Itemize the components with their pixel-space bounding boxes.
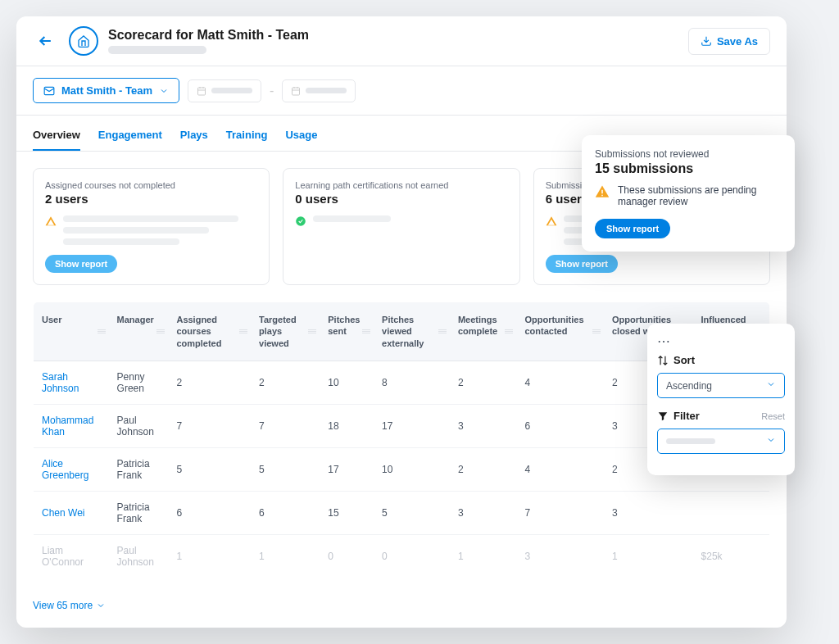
cell-manager: Paul Johnson: [109, 404, 169, 447]
svg-point-3: [296, 216, 306, 226]
cell: 3: [516, 534, 604, 578]
more-icon[interactable]: ⋯: [657, 333, 785, 349]
tab-engagement[interactable]: Engagement: [98, 129, 162, 151]
cell: 1: [604, 534, 693, 578]
home-button[interactable]: [69, 26, 98, 56]
tab-training[interactable]: Training: [226, 129, 268, 151]
cell-manager: Patricia Frank: [109, 491, 169, 534]
table-row[interactable]: Liam O'Connor Paul Johnson 1 1 0 0 1 3 1…: [34, 534, 770, 578]
cell-user[interactable]: Sarah Johnson: [34, 361, 109, 404]
col-targeted-plays[interactable]: Targeted plays viewed: [251, 302, 320, 361]
popout-submissions: Submissions not reviewed 15 submissions …: [582, 135, 795, 252]
cell: 7: [168, 404, 251, 447]
svg-rect-2: [293, 88, 300, 95]
cell-manager: Patricia Frank: [109, 447, 169, 491]
cell: 18: [320, 404, 374, 447]
cell: 17: [374, 404, 450, 447]
controls-row: Matt Smith - Team -: [16, 66, 787, 116]
col-pitches-sent[interactable]: Pitches sent: [320, 302, 374, 361]
save-as-button[interactable]: Save As: [688, 28, 770, 55]
cell: 1: [450, 534, 517, 578]
cell: 4: [516, 447, 604, 491]
cell: 0: [320, 534, 374, 578]
team-selector[interactable]: Matt Smith - Team: [33, 78, 179, 103]
cell: 10: [320, 361, 374, 404]
cell: 2: [168, 361, 251, 404]
subtitle-placeholder: [108, 46, 206, 54]
cell: 5: [168, 447, 251, 491]
cell-manager: Paul Johnson: [109, 534, 169, 578]
svg-rect-1: [198, 88, 206, 95]
popout-sort-filter: ⋯ Sort Ascending Filter Reset: [647, 324, 795, 475]
app-window: Scorecard for Matt Smith - Team Save As …: [16, 16, 787, 628]
show-report-button[interactable]: Show report: [546, 255, 618, 273]
cell-user[interactable]: Mohammad Khan: [34, 404, 109, 447]
warning-icon: [595, 184, 610, 202]
cell: $25k: [693, 534, 770, 578]
cell: 6: [168, 491, 251, 534]
sort-icon: [657, 355, 669, 366]
card-assigned-courses: Assigned courses not completed 2 users S…: [33, 168, 270, 285]
cell: 17: [320, 447, 374, 491]
cell: 3: [450, 491, 517, 534]
col-meetings[interactable]: Meetings complete: [450, 302, 517, 361]
tab-overview[interactable]: Overview: [33, 129, 80, 151]
cell: 4: [516, 361, 604, 404]
back-button[interactable]: [33, 28, 59, 54]
cell-user[interactable]: Alice Greenberg: [34, 447, 109, 491]
cell: 1: [251, 534, 320, 578]
date-start[interactable]: [188, 79, 261, 102]
col-pitches-viewed[interactable]: Pitches viewed externally: [374, 302, 450, 361]
cell: 1: [168, 534, 251, 578]
tab-plays[interactable]: Plays: [180, 129, 208, 151]
col-opp-contacted[interactable]: Opportunities contacted: [516, 302, 604, 361]
show-report-button[interactable]: Show report: [595, 219, 670, 238]
cell-user[interactable]: Liam O'Connor: [34, 534, 109, 578]
cell: 7: [251, 404, 320, 447]
cell: 7: [516, 491, 604, 534]
date-divider: -: [270, 84, 274, 98]
cell: 8: [374, 361, 450, 404]
cell-user[interactable]: Chen Wei: [34, 491, 109, 534]
check-icon: [295, 215, 306, 230]
col-assigned-courses[interactable]: Assigned courses completed: [168, 302, 251, 361]
chevron-down-icon: [766, 379, 776, 392]
cell: 15: [320, 491, 374, 534]
cell: 10: [374, 447, 450, 491]
warning-icon: [45, 215, 57, 230]
date-end[interactable]: [282, 79, 356, 102]
svg-rect-4: [601, 190, 603, 194]
tab-usage[interactable]: Usage: [285, 129, 317, 151]
table-row[interactable]: Chen Wei Patricia Frank 6 6 15 5 3 7 3: [34, 491, 770, 534]
cell: 2: [251, 361, 320, 404]
warning-icon: [546, 215, 557, 230]
show-report-button[interactable]: Show report: [45, 255, 117, 273]
sort-dropdown[interactable]: Ascending: [657, 373, 785, 398]
svg-rect-5: [601, 195, 603, 197]
cell: 5: [251, 447, 320, 491]
cell: 3: [604, 491, 693, 534]
cell: 3: [450, 404, 517, 447]
cell-manager: Penny Green: [109, 361, 169, 404]
cell: 2: [450, 447, 517, 491]
col-manager[interactable]: Manager: [109, 302, 169, 361]
cell: [693, 491, 770, 534]
filter-icon: [657, 410, 669, 422]
cell: 6: [516, 404, 604, 447]
cell: 5: [374, 491, 450, 534]
topbar: Scorecard for Matt Smith - Team Save As: [16, 16, 787, 66]
filter-dropdown[interactable]: [657, 429, 785, 454]
chevron-down-icon: [766, 435, 776, 447]
col-user[interactable]: User: [34, 302, 109, 361]
cell: 0: [374, 534, 450, 578]
filter-reset[interactable]: Reset: [761, 411, 785, 421]
cell: 6: [251, 491, 320, 534]
page-title: Scorecard for Matt Smith - Team: [108, 28, 309, 43]
card-certifications: Learning path certifications not earned …: [283, 168, 519, 285]
cell: 2: [450, 361, 517, 404]
view-more-link[interactable]: View 65 more: [16, 592, 787, 628]
